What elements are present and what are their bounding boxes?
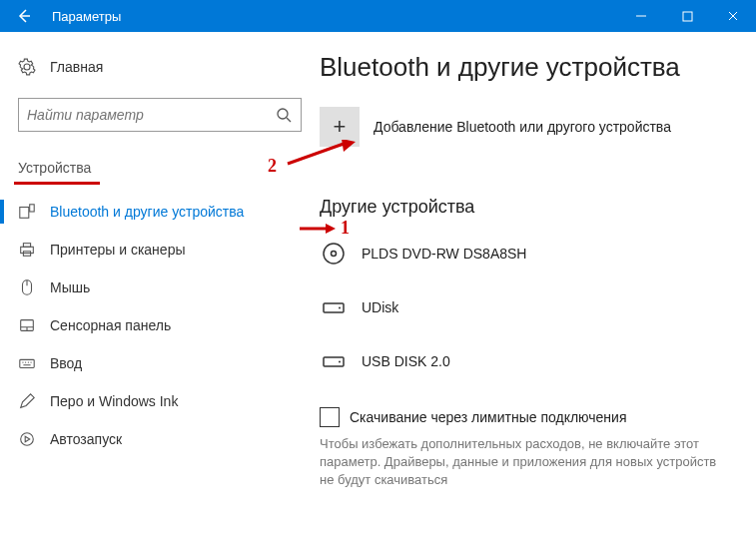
nav-item-autoplay[interactable]: Автозапуск	[0, 420, 320, 458]
svg-point-11	[324, 244, 344, 264]
metered-checkbox-row[interactable]: Скачивание через лимитные подключения	[320, 407, 740, 427]
minimize-button[interactable]	[618, 0, 664, 32]
nav-item-touchpad[interactable]: Сенсорная панель	[0, 306, 320, 344]
add-device-label: Добавление Bluetooth или другого устройс…	[374, 119, 671, 135]
nav-item-pen[interactable]: Перо и Windows Ink	[0, 382, 320, 420]
window-title: Параметры	[48, 9, 618, 24]
svg-rect-2	[20, 208, 29, 219]
autoplay-icon	[18, 430, 36, 448]
device-row[interactable]: USB DISK 2.0	[320, 339, 740, 393]
main-panel: Bluetooth и другие устройства + Добавлен…	[320, 32, 756, 537]
page-heading: Bluetooth и другие устройства	[320, 52, 740, 83]
device-label: UDisk	[362, 299, 398, 315]
svg-rect-9	[20, 359, 34, 367]
nav-label: Автозапуск	[50, 431, 122, 447]
device-row[interactable]: UDisk	[320, 285, 740, 339]
nav-label: Bluetooth и другие устройства	[50, 204, 244, 220]
nav-label: Сенсорная панель	[50, 317, 171, 333]
maximize-button[interactable]	[664, 0, 710, 32]
pen-icon	[18, 392, 36, 410]
svg-point-12	[332, 252, 337, 257]
metered-description: Чтобы избежать дополнительных расходов, …	[320, 435, 740, 490]
nav-item-printers[interactable]: Принтеры и сканеры	[0, 231, 320, 268]
minimize-icon	[635, 10, 647, 22]
device-label: USB DISK 2.0	[362, 353, 450, 369]
search-input[interactable]	[27, 107, 275, 123]
back-button[interactable]	[0, 0, 48, 32]
nav-item-mouse[interactable]: Мышь	[0, 268, 320, 306]
svg-rect-0	[683, 12, 692, 21]
nav-list: Bluetooth и другие устройства Принтеры и…	[0, 193, 320, 458]
touchpad-icon	[18, 316, 36, 334]
svg-rect-4	[21, 247, 34, 253]
plus-icon: +	[320, 107, 360, 147]
printer-icon	[18, 241, 36, 259]
titlebar: Параметры	[0, 0, 756, 32]
close-icon	[727, 10, 739, 22]
disc-icon	[320, 240, 348, 268]
nav-item-typing[interactable]: Ввод	[0, 344, 320, 382]
nav-label: Мышь	[50, 279, 90, 295]
drive-icon	[320, 347, 348, 375]
home-label: Главная	[50, 59, 103, 75]
arrow-left-icon	[16, 8, 32, 24]
add-device-button[interactable]: + Добавление Bluetooth или другого устро…	[320, 107, 740, 147]
home-link[interactable]: Главная	[0, 50, 320, 84]
checkbox-icon[interactable]	[320, 407, 340, 427]
svg-point-14	[339, 307, 341, 309]
other-devices-heading: Другие устройства	[320, 197, 740, 218]
maximize-icon	[682, 11, 693, 22]
close-button[interactable]	[710, 0, 756, 32]
drive-icon	[320, 293, 348, 321]
svg-point-1	[278, 109, 288, 119]
search-box[interactable]	[18, 98, 302, 132]
svg-rect-3	[30, 205, 35, 212]
nav-item-bluetooth[interactable]: Bluetooth и другие устройства	[0, 193, 320, 231]
devices-icon	[18, 203, 36, 221]
gear-icon	[18, 58, 36, 76]
search-icon	[275, 106, 293, 124]
svg-point-16	[339, 361, 341, 363]
nav-label: Ввод	[50, 355, 82, 371]
metered-label: Скачивание через лимитные подключения	[350, 409, 626, 425]
nav-label: Перо и Windows Ink	[50, 393, 178, 409]
window-controls	[618, 0, 756, 32]
nav-label: Принтеры и сканеры	[50, 242, 185, 258]
keyboard-icon	[18, 354, 36, 372]
svg-point-10	[21, 433, 34, 446]
device-label: PLDS DVD-RW DS8A8SH	[362, 246, 526, 262]
device-row[interactable]: PLDS DVD-RW DS8A8SH	[320, 232, 740, 285]
annotation-underline	[14, 182, 100, 185]
mouse-icon	[18, 278, 36, 296]
section-label: Устройства	[0, 132, 320, 182]
sidebar: Главная Устройства Bluetooth и другие ус…	[0, 32, 320, 537]
svg-rect-5	[23, 244, 30, 248]
